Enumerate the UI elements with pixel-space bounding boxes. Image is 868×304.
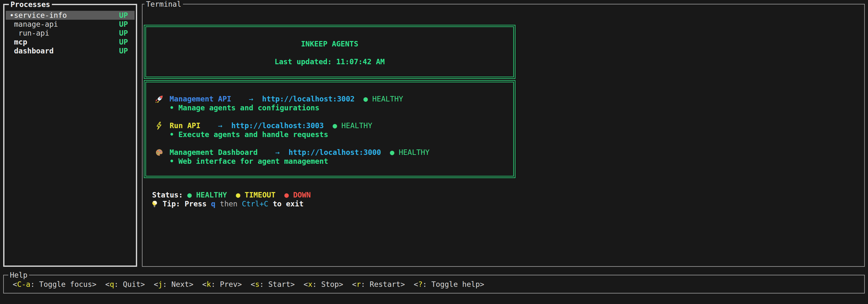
process-row[interactable]: •service-infoUP: [6, 11, 134, 20]
process-status-badge: UP: [119, 37, 128, 46]
spacer: [381, 148, 390, 157]
process-status-badge: UP: [119, 20, 128, 29]
spacer: [227, 191, 236, 199]
service-url[interactable]: http://localhost:3003: [231, 121, 324, 130]
status-legend: Status: ● HEALTHY ● TIMEOUT ● DOWN: [152, 191, 311, 199]
arrow-icon: →: [218, 121, 222, 130]
spacer: [200, 121, 218, 130]
legend-status-label: TIMEOUT: [245, 191, 276, 199]
help-panel-title: Help: [8, 271, 29, 279]
process-name: run-api: [14, 29, 119, 37]
bracket: <: [294, 280, 308, 289]
terminal-panel: Terminal INKEEP AGENTS Last updated: 11:…: [142, 4, 865, 267]
spacer: [337, 121, 341, 130]
spacer-line: [146, 112, 513, 121]
help-key: ?: [418, 280, 423, 289]
tip-text-segment: to exit: [268, 199, 304, 208]
service-health-status: HEALTHY: [341, 121, 372, 130]
banner-spacer: [146, 48, 513, 57]
tip-text-segment: Ctrl+C: [242, 199, 268, 208]
spacer: [355, 95, 364, 103]
help-keybinding: <r: Restart>: [343, 280, 405, 289]
bracket: <: [242, 280, 255, 289]
processes-panel-title: Processes: [9, 0, 52, 9]
help-key: r: [356, 280, 361, 289]
service-url[interactable]: http://localhost:3002: [262, 95, 355, 103]
help-keybinding: <s: Start>: [242, 280, 294, 289]
help-key-description: : Start>: [260, 280, 295, 289]
help-keybinding: <?: Toggle help>: [405, 280, 484, 289]
process-selected-marker: •: [9, 11, 14, 20]
process-name: mcp: [14, 37, 119, 46]
help-key: s: [255, 280, 260, 289]
spacer: [222, 121, 231, 130]
palette-icon: [155, 148, 164, 157]
help-key: C-a: [17, 280, 31, 289]
bracket: <: [13, 280, 17, 289]
process-name: dashboard: [14, 46, 119, 55]
help-key-description: : Restart>: [361, 280, 405, 289]
help-key-description: : Next>: [163, 280, 193, 289]
tip-text-segment: Tip: Press: [163, 199, 211, 208]
process-name: service-info: [14, 11, 119, 20]
help-key: k: [207, 280, 211, 289]
banner-box: INKEEP AGENTS Last updated: 11:07:42 AM: [144, 25, 516, 79]
bracket: <: [193, 280, 207, 289]
banner-last-updated: Last updated: 11:07:42 AM: [146, 57, 513, 66]
service-description: • Web interface for agent management: [146, 157, 513, 166]
help-keybinding: <q: Quit>: [96, 280, 145, 289]
processes-panel: Processes •service-infoUP manage-apiUP r…: [3, 4, 137, 267]
process-row[interactable]: run-apiUP: [4, 29, 136, 37]
process-row[interactable]: dashboardUP: [4, 46, 136, 55]
help-key-description: : Toggle focus>: [30, 280, 96, 289]
health-dot-icon: ●: [333, 121, 337, 130]
legend-status-label: HEALTHY: [196, 191, 227, 199]
spacer: [253, 95, 262, 103]
tip-text-segment: then: [215, 199, 242, 208]
legend-dot-icon: ●: [236, 191, 245, 199]
service-description: • Manage agents and configurations: [146, 103, 513, 112]
rocket-icon: [155, 95, 164, 103]
help-key-description: : Quit>: [114, 280, 145, 289]
spacer: [231, 95, 249, 103]
arrow-icon: →: [275, 148, 280, 157]
service-url[interactable]: http://localhost:3000: [288, 148, 381, 157]
help-keybinding: <C-a: Toggle focus>: [13, 280, 96, 289]
process-name: manage-api: [14, 20, 119, 29]
help-key-description: : Prev>: [211, 280, 242, 289]
spacer: [276, 191, 284, 199]
health-dot-icon: ●: [390, 148, 394, 157]
service-description: • Execute agents and handle requests: [146, 130, 513, 139]
service-name: Run API: [169, 121, 200, 130]
bracket: <: [343, 280, 357, 289]
service-health-status: HEALTHY: [372, 95, 403, 103]
service-health-status: HEALTHY: [399, 148, 430, 157]
help-key-description: : Toggle help>: [423, 280, 484, 289]
help-key: x: [308, 280, 312, 289]
process-row[interactable]: manage-apiUP: [4, 20, 136, 29]
help-keybindings: <C-a: Toggle focus> <q: Quit> <j: Next> …: [4, 275, 864, 293]
process-selected-marker: [9, 46, 14, 55]
service-line: Management API → http://localhost:3002 ●…: [146, 95, 513, 103]
service-line: Run API → http://localhost:3003 ● HEALTH…: [146, 121, 513, 130]
services-box: Management API → http://localhost:3002 ●…: [144, 80, 516, 178]
help-keybinding: <k: Prev>: [193, 280, 242, 289]
process-list: •service-infoUP manage-apiUP run-apiUP m…: [4, 11, 136, 55]
bracket: <: [96, 280, 110, 289]
process-selected-marker: [9, 20, 14, 29]
process-row[interactable]: mcpUP: [4, 37, 136, 46]
help-panel: Help <C-a: Toggle focus> <q: Quit> <j: N…: [3, 275, 865, 294]
bracket: <: [145, 280, 158, 289]
help-key: j: [158, 280, 163, 289]
tip-line: Tip: Press q then Ctrl+C to exit: [151, 199, 304, 208]
spacer: [394, 148, 399, 157]
spacer-line: [146, 139, 513, 148]
process-selected-marker: [9, 29, 14, 37]
legend-status-label: DOWN: [293, 191, 311, 199]
tip-text-segment: q: [211, 199, 215, 208]
spacer: [324, 121, 333, 130]
help-keybinding: <j: Next>: [145, 280, 193, 289]
help-key-description: : Stop>: [312, 280, 343, 289]
legend-dot-icon: ●: [284, 191, 293, 199]
bulb-icon: [151, 200, 158, 208]
